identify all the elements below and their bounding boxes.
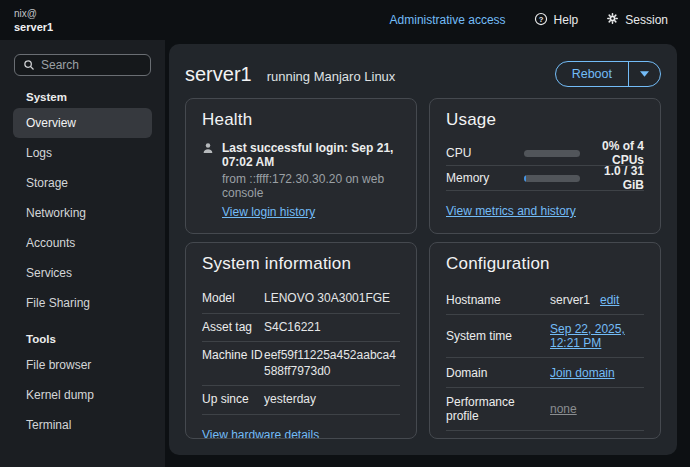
title-wrap: server1 running Manjaro Linux [185, 63, 395, 86]
edit-hostname-link[interactable]: edit [600, 293, 619, 307]
system-time-label: System time [446, 329, 550, 343]
up-since-row: Up since yesterday [202, 386, 400, 415]
search-icon [23, 59, 35, 71]
system-time-link[interactable]: Sep 22, 2025, 12:21 PM [550, 322, 644, 350]
system-info-title: System information [202, 254, 400, 274]
reboot-dropdown-toggle[interactable] [628, 62, 660, 86]
nav-section-tools: Tools [0, 318, 165, 350]
health-card-title: Health [202, 110, 400, 130]
masthead: nix@ server1 Administrative access ? Hel… [0, 0, 690, 40]
asset-tag-value: S4C16221 [264, 320, 400, 336]
caret-down-icon [640, 71, 649, 77]
ssh-keys-row: Secure shell keys Show fingerprints [446, 431, 644, 439]
hostname-value-wrap: server1 edit [550, 293, 619, 307]
brand-user-host[interactable]: nix@ server1 [14, 8, 53, 33]
cpu-value: 0% of 4 CPUs [592, 139, 644, 167]
memory-label: Memory [446, 171, 524, 185]
session-label: Session [625, 13, 668, 27]
page-title: server1 [185, 63, 252, 86]
sidebar-item-accounts[interactable]: Accounts [0, 228, 165, 258]
sidebar-item-networking[interactable]: Networking [0, 198, 165, 228]
page-header: server1 running Manjaro Linux Reboot [185, 56, 661, 92]
gear-icon [606, 12, 619, 28]
health-card: Health Last successful login: Sep 21, 07… [185, 98, 417, 234]
nav-section-system: System [0, 76, 165, 108]
memory-value: 1.0 / 31 GiB [592, 164, 644, 192]
memory-usage-row: Memory 1.0 / 31 GiB [446, 166, 644, 191]
hostname-value: server1 [550, 293, 590, 307]
sidebar-item-terminal[interactable]: Terminal [0, 410, 165, 440]
machine-id-value: eef59f11225a452aabca4588ff7973d0 [264, 348, 400, 379]
memory-progress-bar [524, 175, 580, 182]
model-value: LENOVO 30A3001FGE [264, 291, 400, 307]
sidebar: System Overview Logs Storage Networking … [0, 40, 165, 467]
machine-id-label: Machine ID [202, 348, 264, 379]
configuration-card: Configuration Hostname server1 edit Syst… [429, 242, 661, 439]
up-since-label: Up since [202, 392, 264, 408]
sidebar-item-logs[interactable]: Logs [0, 138, 165, 168]
health-login-info: Last successful login: Sep 21, 07:02 AM … [222, 141, 400, 219]
sidebar-search[interactable] [14, 54, 151, 76]
performance-profile-row: Performance profile none [446, 388, 644, 431]
sidebar-item-storage[interactable]: Storage [0, 168, 165, 198]
main-area: server1 running Manjaro Linux Reboot Hea… [165, 40, 690, 467]
domain-row: Domain Join domain [446, 358, 644, 388]
sidebar-item-kernel-dump[interactable]: Kernel dump [0, 380, 165, 410]
sidebar-item-services[interactable]: Services [0, 258, 165, 288]
help-menu-button[interactable]: ? Help [534, 12, 579, 29]
hostname-row: Hostname server1 edit [446, 285, 644, 315]
user-icon [202, 142, 214, 157]
sidebar-item-overview[interactable]: Overview [13, 108, 152, 138]
last-login-text: Last successful login: Sep 21, 07:02 AM [222, 141, 400, 169]
masthead-actions: Administrative access ? Help [390, 12, 668, 29]
model-row: Model LENOVO 30A3001FGE [202, 285, 400, 314]
os-subtitle: running Manjaro Linux [267, 69, 396, 84]
view-metrics-link[interactable]: View metrics and history [446, 204, 576, 218]
view-login-history-link[interactable]: View login history [222, 205, 315, 219]
performance-profile-link[interactable]: none [550, 402, 577, 416]
usage-card: Usage CPU 0% of 4 CPUs Memory 1.0 / 3 [429, 98, 661, 234]
hostname-label: Hostname [446, 293, 550, 307]
usage-card-title: Usage [446, 110, 644, 130]
configuration-title: Configuration [446, 254, 644, 274]
cpu-label: CPU [446, 146, 524, 160]
asset-tag-label: Asset tag [202, 320, 264, 336]
health-body: Last successful login: Sep 21, 07:02 AM … [202, 141, 400, 219]
session-menu-button[interactable]: Session [606, 12, 668, 28]
help-label: Help [554, 13, 579, 27]
domain-label: Domain [446, 366, 550, 380]
machine-id-row: Machine ID eef59f11225a452aabca4588ff797… [202, 342, 400, 386]
reboot-button[interactable]: Reboot [556, 62, 628, 86]
system-time-row: System time Sep 22, 2025, 12:21 PM [446, 315, 644, 358]
page-layout: System Overview Logs Storage Networking … [0, 40, 690, 467]
search-input[interactable] [41, 58, 142, 72]
model-label: Model [202, 291, 264, 307]
brand-username: nix@ [14, 8, 53, 19]
svg-text:?: ? [538, 14, 543, 23]
sidebar-nav: System Overview Logs Storage Networking … [0, 76, 165, 440]
up-since-value: yesterday [264, 392, 400, 408]
overview-panel: server1 running Manjaro Linux Reboot Hea… [169, 44, 677, 455]
asset-tag-row: Asset tag S4C16221 [202, 314, 400, 343]
administrative-access-link[interactable]: Administrative access [390, 13, 506, 27]
cpu-usage-row: CPU 0% of 4 CPUs [446, 141, 644, 166]
memory-progress-fill [524, 175, 526, 182]
join-domain-link[interactable]: Join domain [550, 366, 615, 380]
question-circle-icon: ? [534, 12, 548, 29]
performance-profile-label: Performance profile [446, 395, 550, 423]
sidebar-item-file-sharing[interactable]: File Sharing [0, 288, 165, 318]
cpu-progress-bar [524, 150, 580, 157]
brand-hostname: server1 [14, 21, 53, 33]
view-hardware-details-link[interactable]: View hardware details [202, 428, 319, 439]
sidebar-item-file-browser[interactable]: File browser [0, 350, 165, 380]
card-grid: Health Last successful login: Sep 21, 07… [185, 98, 661, 439]
system-information-card: System information Model LENOVO 30A3001F… [185, 242, 417, 439]
login-source-text: from ::ffff:172.30.30.20 on web console [222, 172, 400, 200]
reboot-split-button: Reboot [555, 61, 661, 87]
